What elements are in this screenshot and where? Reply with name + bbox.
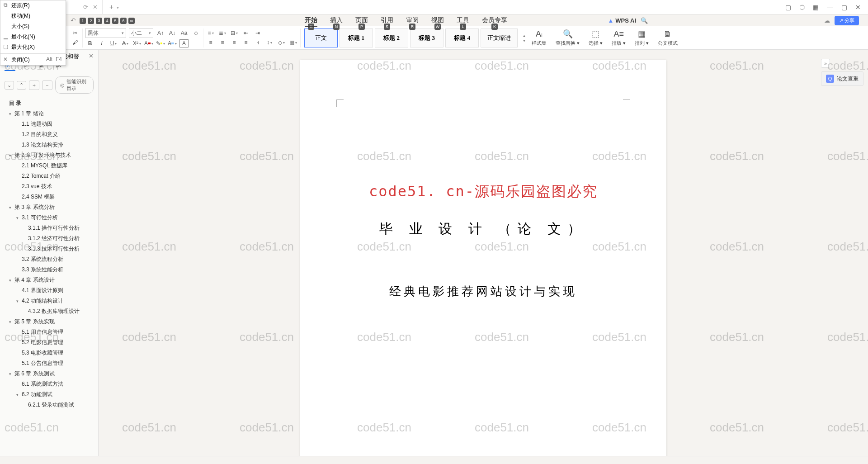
toc-item[interactable]: ▾1.3 论文结构安排 (3, 140, 98, 150)
sysmenu-minimize[interactable]: ▁最小化(N) (0, 32, 66, 42)
qat-badge[interactable]: 6 (120, 18, 127, 24)
toc-item[interactable]: ▾3.1.2 经济可行性分析 (3, 233, 98, 244)
collapse-side-icon[interactable]: » (821, 59, 830, 68)
style-button[interactable]: 标题 1 (340, 28, 373, 47)
styleset-button[interactable]: Aᵢ样式集 (527, 29, 551, 47)
sysmenu-move[interactable]: 移动(M) (0, 11, 66, 21)
toc-item[interactable]: 目 录 (3, 98, 98, 109)
cube-icon[interactable]: ⬡ (799, 4, 805, 11)
undo-icon[interactable]: ↶ (71, 17, 76, 24)
menu-tab-W[interactable]: 视图W (425, 16, 450, 24)
style-button[interactable]: 标题 4 (445, 28, 479, 47)
qat-badge[interactable]: 5 (112, 18, 118, 24)
style-button[interactable]: 正文 (304, 28, 338, 47)
toc-item[interactable]: ▾6.2.1 登录功能测试 (3, 400, 98, 410)
justify-icon[interactable]: ≡ (241, 38, 250, 47)
brush-icon[interactable]: 🖌 (71, 38, 80, 47)
nav-up-icon[interactable]: ⌃ (17, 81, 26, 90)
change-case-icon[interactable]: Aa (179, 29, 189, 37)
search-icon[interactable]: 🔍 (641, 17, 648, 24)
toc-item[interactable]: ▾2.4 SSM 框架 (3, 192, 98, 202)
toc-item[interactable]: ▾第 5 章 系统实现 (3, 317, 98, 327)
app-icon[interactable]: ▦ (813, 4, 819, 11)
toc-item[interactable]: ▾4.1 界面设计原则 (3, 285, 98, 296)
strike-icon[interactable]: A̶ (121, 39, 130, 47)
align-left-icon[interactable]: ≡ (206, 38, 215, 47)
underline-icon[interactable]: U (109, 39, 118, 47)
minimize-icon[interactable]: — (827, 4, 833, 11)
toc-item[interactable]: ▾第 3 章 系统分析 (3, 202, 98, 213)
menu-tab-R[interactable]: 审阅R (400, 16, 425, 24)
menu-tab-S[interactable]: 引用S (374, 16, 400, 24)
sysmenu-close[interactable]: ✕关闭(C)Alt+F4 (0, 55, 66, 65)
toc-item[interactable]: ▾第 2 章 开发环境与技术 (3, 150, 98, 161)
toc-item[interactable]: ▾5.2 电影信息管理 (3, 337, 98, 348)
bold-icon[interactable]: B (85, 39, 94, 47)
style-button[interactable]: 标题 2 (375, 28, 408, 47)
smart-toc-button[interactable]: ◎智能识别目录 (55, 76, 94, 94)
align-right-icon[interactable]: ≡ (230, 38, 239, 47)
font-size-select[interactable]: 小二▾ (129, 28, 153, 38)
arrange-button[interactable]: ▦排列 ▾ (630, 29, 653, 47)
toc-item[interactable]: ▾6.2 功能测试 (3, 389, 98, 400)
toc-item[interactable]: ▾2.2 Tomcat 介绍 (3, 171, 98, 181)
menu-tab-N[interactable]: 插入N (324, 16, 349, 24)
toc-item[interactable]: ▾3.1 可行性分析 (3, 213, 98, 223)
toc-item[interactable]: ▾6.1 系统测试方法 (3, 379, 98, 389)
tab-refresh-icon[interactable]: ⟳ (83, 4, 88, 10)
tab-close-icon[interactable]: ✕ (93, 4, 98, 10)
toc-item[interactable]: ▾3.1.3 技术可行性分析 (3, 244, 98, 254)
toc-item[interactable]: ▾第 4 章 系统设计 (3, 275, 98, 285)
styles-up-icon[interactable]: ▴ (523, 33, 525, 38)
indent-icon[interactable]: ⇥ (253, 29, 262, 37)
style-button[interactable]: 标题 3 (410, 28, 443, 47)
grow-font-icon[interactable]: A↑ (156, 29, 165, 37)
qat-badge[interactable]: 4 (104, 18, 110, 24)
sort-button[interactable]: A≡排版 ▾ (607, 29, 630, 47)
document-area[interactable]: code51. cn-源码乐园盗图必究 毕 业 设 计 （论 文） 经典电影推荐… (99, 50, 868, 456)
qat-badge[interactable]: 2 (88, 18, 94, 24)
nav-add-icon[interactable]: ＋ (29, 80, 39, 90)
toc-item[interactable]: ▾第 6 章 系统测试 (3, 369, 98, 379)
clear-format-icon[interactable]: ◇ (191, 29, 200, 37)
char-border-icon[interactable]: A (179, 39, 189, 47)
toc-item[interactable]: ▾4.2 功能结构设计 (3, 296, 98, 306)
sysmenu-restore[interactable]: ⧉还原(R) (0, 0, 66, 11)
sysmenu-size[interactable]: 大小(S) (0, 21, 66, 32)
super-icon[interactable]: X² (132, 39, 142, 47)
nav-close-icon[interactable]: ✕ (89, 52, 94, 71)
qat-badge[interactable]: 3 (96, 18, 102, 24)
bullets-icon[interactable]: ≡ (206, 29, 215, 37)
menu-tab-K[interactable]: 会员专享K (476, 16, 514, 24)
nav-expand-icon[interactable]: ⌄ (5, 81, 14, 90)
numbering-icon[interactable]: ≣ (218, 29, 227, 37)
style-button[interactable]: 正文缩进 (481, 28, 518, 47)
nav-remove-icon[interactable]: － (42, 80, 52, 90)
highlight-icon[interactable]: ✎ (156, 39, 165, 47)
border-icon[interactable]: ▦ (288, 38, 297, 47)
toc-item[interactable]: ▾3.2 系统流程分析 (3, 254, 98, 265)
cut-icon[interactable]: ✂ (71, 29, 80, 37)
menu-tab-L[interactable]: 工具L (450, 16, 476, 24)
font-color-icon[interactable]: A (144, 39, 153, 47)
toc-item[interactable]: ▾2.3 vue 技术 (3, 181, 98, 192)
paper-check-button[interactable]: Q论文查重 (821, 71, 863, 86)
cloud-icon[interactable]: ☁ (824, 17, 830, 24)
align-center-icon[interactable]: ≡ (218, 38, 227, 47)
toc-item[interactable]: ▾3.1.1 操作可行性分析 (3, 223, 98, 233)
toc-item[interactable]: ▾第 1 章 绪论 (3, 109, 98, 119)
toc-item[interactable]: ▾1.2 目的和意义 (3, 129, 98, 140)
sysmenu-maximize[interactable]: ▢最大化(X) (0, 42, 66, 52)
toc-item[interactable]: ▾3.3 系统性能分析 (3, 265, 98, 275)
toc-item[interactable]: ▾5.3 电影收藏管理 (3, 348, 98, 358)
font-name-select[interactable]: 黑体▾ (85, 28, 126, 38)
find-replace-button[interactable]: 🔍查找替换 ▾ (551, 29, 584, 47)
select-button[interactable]: ⬚选择 ▾ (584, 29, 607, 47)
para-shading-icon[interactable]: ◇ (277, 38, 286, 47)
share-button[interactable]: ↗ 分享 (835, 16, 859, 25)
shading-icon[interactable]: A (168, 39, 177, 47)
toc-item[interactable]: ▾1.1 选题动因 (3, 119, 98, 129)
window-icon[interactable]: ▢ (785, 4, 791, 11)
maximize-icon[interactable]: ▢ (841, 4, 847, 11)
distribute-icon[interactable]: ⫞ (253, 38, 262, 47)
